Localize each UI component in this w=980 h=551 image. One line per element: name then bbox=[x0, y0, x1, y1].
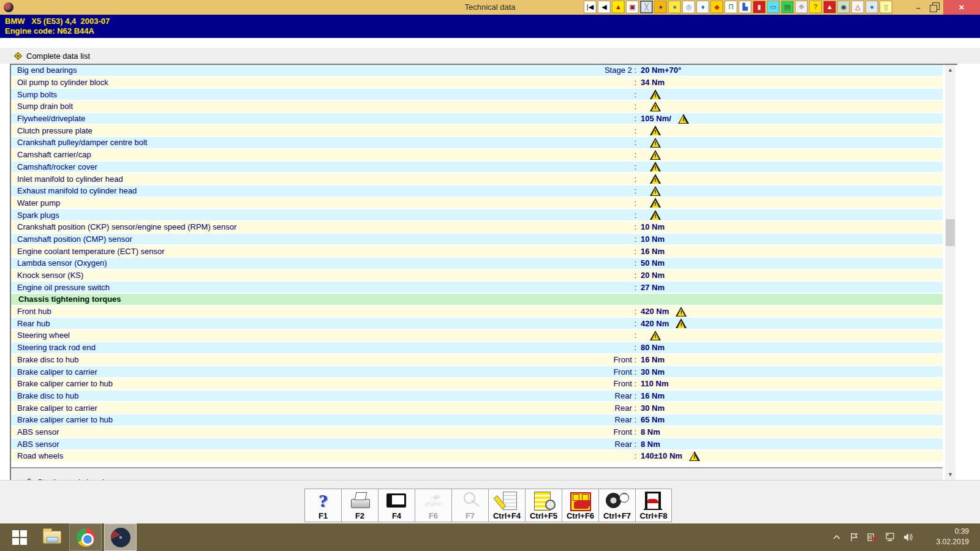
table-row[interactable]: Brake caliper carrier to hubRear :65 Nm bbox=[11, 414, 943, 427]
wheel-icon[interactable]: ◎ bbox=[682, 1, 695, 13]
table-row[interactable]: Spark plugs:! bbox=[11, 209, 943, 222]
engine-icon[interactable]: ● bbox=[865, 1, 878, 13]
row-value-text: 34 Nm bbox=[641, 78, 665, 87]
table-row[interactable]: Brake caliper to carrierFront :30 Nm bbox=[11, 366, 943, 378]
monitor-icon[interactable]: ▣ bbox=[626, 1, 639, 13]
printer-icon[interactable]: ▤ bbox=[781, 1, 794, 13]
notes-icon bbox=[494, 490, 521, 511]
repair-times-icon bbox=[640, 490, 667, 511]
row-value: 16 Nm bbox=[636, 247, 943, 256]
table-row[interactable]: Road wheels:140±10 Nm! bbox=[11, 451, 943, 463]
gloves-icon[interactable]: ❖ bbox=[795, 1, 808, 13]
table-row[interactable]: Brake caliper carrier to hubFront :110 N… bbox=[11, 378, 943, 391]
jack-icon[interactable]: ♦ bbox=[696, 1, 709, 13]
relay-icon[interactable]: ▯ bbox=[880, 1, 892, 13]
volume-icon[interactable] bbox=[903, 533, 913, 542]
row-label: Camshaft carrier/cap bbox=[11, 150, 564, 159]
table-row[interactable]: Front hub:420 Nm! bbox=[11, 306, 943, 318]
fkey-button-f2[interactable]: F2 bbox=[341, 489, 378, 522]
active-app-button[interactable] bbox=[104, 523, 137, 551]
fkey-button-f4[interactable]: F4 bbox=[378, 489, 415, 522]
scrollbar-thumb[interactable] bbox=[946, 219, 955, 246]
table-row[interactable]: Camshaft position (CMP) sensor:10 Nm bbox=[11, 234, 943, 246]
road-test-icon[interactable]: ◆ bbox=[710, 1, 723, 13]
abs-gauge-icon[interactable]: ◉ bbox=[837, 1, 850, 13]
taskbar-clock[interactable]: 0:39 3.02.2019 bbox=[937, 527, 969, 547]
fkey-button-f1[interactable]: F1 bbox=[304, 489, 341, 522]
table-row[interactable]: Water pump:! bbox=[11, 198, 943, 210]
mouse-icon: ● bbox=[673, 4, 677, 10]
table-row[interactable]: Rear hub:420 Nm! bbox=[11, 318, 943, 330]
table-row[interactable]: Engine coolant temperature (ECT) sensor:… bbox=[11, 246, 943, 258]
section-title: Complete data list bbox=[26, 51, 90, 61]
chrome-button[interactable] bbox=[69, 523, 102, 551]
first-page-icon[interactable]: |◀ bbox=[584, 1, 597, 13]
table-row[interactable]: Inlet manifold to cylinder head:! bbox=[11, 173, 943, 186]
table-row[interactable]: Clutch pressure plate:! bbox=[11, 125, 943, 137]
table-row[interactable]: ABS sensorRear :8 Nm bbox=[11, 438, 943, 451]
table-row[interactable]: Engine oil pressure switch:27 Nm bbox=[11, 282, 943, 294]
table-row[interactable]: Brake disc to hubFront :16 Nm bbox=[11, 354, 943, 367]
row-label: Sump drain bolt bbox=[11, 102, 564, 111]
action-center-flag-icon[interactable] bbox=[850, 533, 859, 542]
table-row[interactable]: Camshaft/rocker cover:! bbox=[11, 162, 943, 174]
row-value: ! bbox=[636, 102, 943, 111]
file-explorer-button[interactable] bbox=[37, 523, 67, 551]
diagnostic-icon[interactable]: ? bbox=[809, 1, 822, 13]
section-header[interactable]: Complete data list bbox=[0, 48, 980, 64]
start-button[interactable] bbox=[5, 523, 34, 551]
mouse-icon[interactable]: ● bbox=[668, 1, 681, 13]
minimize-button[interactable]: – bbox=[914, 0, 922, 13]
spark-plug-icon[interactable]: ▮ bbox=[753, 1, 766, 13]
table-row[interactable]: Lambda sensor (Oxygen):50 Nm bbox=[11, 258, 943, 270]
transporter-icon[interactable]: ▙ bbox=[739, 1, 752, 13]
table-row[interactable]: Oil pump to cylinder block:34 Nm bbox=[11, 77, 943, 89]
scroll-up-button[interactable]: ▲ bbox=[945, 65, 956, 75]
table-row[interactable]: Steering wheel:! bbox=[11, 330, 943, 342]
battery-icon[interactable]: ▭ bbox=[767, 1, 780, 13]
table-row[interactable]: Big end bearingsStage 2 :20 Nm+70° bbox=[11, 65, 943, 77]
warning-icon[interactable]: ▲ bbox=[612, 1, 625, 13]
vertical-scrollbar[interactable]: ▲ ▼ bbox=[945, 65, 956, 480]
table-row[interactable]: Crankshaft pulley/damper centre bolt:! bbox=[11, 137, 943, 149]
network-icon[interactable] bbox=[885, 533, 895, 542]
row-value: ! bbox=[636, 210, 943, 220]
back-icon[interactable]: ◀ bbox=[598, 1, 611, 13]
table-row[interactable]: Flywheel/driveplate:105 Nm/! bbox=[11, 113, 943, 126]
table-row[interactable]: Knock sensor (KS):20 Nm bbox=[11, 270, 943, 282]
row-qualifier: : bbox=[564, 126, 636, 135]
table-row[interactable]: Sump drain bolt:! bbox=[11, 101, 943, 113]
tools-icon[interactable]: ╳ bbox=[640, 1, 653, 13]
fkey-button-ctrl-f5[interactable]: Ctrl+F5 bbox=[525, 489, 562, 522]
fkey-button-ctrl-f8[interactable]: Ctrl+F8 bbox=[635, 489, 672, 522]
vehicle-header: BMW X5 (E53) 4,4 2003-07 Engine code: N6… bbox=[0, 15, 980, 38]
next-section-header[interactable]: Starting and charging bbox=[11, 467, 943, 480]
table-row[interactable]: Steering track rod end:80 Nm bbox=[11, 342, 943, 354]
table-row[interactable]: Exhaust manifold to cylinder head:! bbox=[11, 186, 943, 198]
fkey-button-ctrl-f4[interactable]: Ctrl+F4 bbox=[488, 489, 525, 522]
table-row[interactable]: Sump bolts:! bbox=[11, 89, 943, 101]
fkey-button-ctrl-f6[interactable]: Ctrl+F6 bbox=[562, 489, 598, 522]
row-value: 20 Nm+70° bbox=[636, 66, 943, 75]
table-row[interactable]: Brake caliper to carrierRear :30 Nm bbox=[11, 402, 943, 414]
warning-triangle-icon: ! bbox=[676, 307, 687, 317]
table-row[interactable]: ABS sensorFront :8 Nm bbox=[11, 427, 943, 439]
restore-button[interactable] bbox=[927, 1, 941, 13]
hidden-icons-chevron[interactable] bbox=[832, 533, 842, 542]
table-row[interactable]: Brake disc to hubRear :16 Nm bbox=[11, 391, 943, 403]
table-row[interactable]: Crankshaft position (CKP) sensor/engine … bbox=[11, 222, 943, 234]
abs-warning-icon[interactable]: △ bbox=[851, 1, 864, 13]
fkey-button-ctrl-f7[interactable]: Ctrl+F7 bbox=[598, 489, 635, 522]
airbag-icon[interactable]: ▲ bbox=[823, 1, 836, 13]
globe-icon[interactable]: ● bbox=[654, 1, 667, 13]
warning-triangle-icon: ! bbox=[650, 162, 661, 171]
row-value-text: 50 Nm bbox=[641, 258, 665, 268]
close-button[interactable]: × bbox=[943, 0, 980, 15]
table-row[interactable]: Camshaft carrier/cap:! bbox=[11, 149, 943, 162]
lift-icon[interactable]: Π bbox=[725, 1, 737, 13]
scroll-down-button[interactable]: ▼ bbox=[945, 470, 956, 480]
audio-device-error-icon[interactable] bbox=[867, 533, 877, 542]
row-value-text: 30 Nm bbox=[641, 367, 665, 377]
row-value: 30 Nm bbox=[636, 403, 943, 413]
table-section-row[interactable]: Chassis tightening torques bbox=[11, 294, 943, 306]
